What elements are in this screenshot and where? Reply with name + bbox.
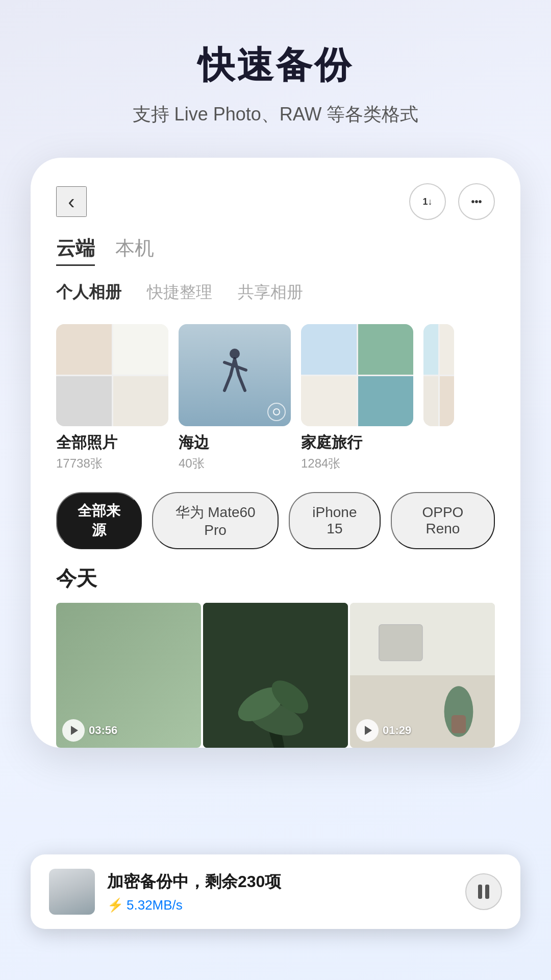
album-item-extra[interactable] [423,324,520,472]
album-item-sea[interactable]: 海边 40张 [179,324,291,472]
thumb-cell [113,324,169,375]
thumb-cell [56,376,112,427]
album-name: 家庭旅行 [301,432,413,453]
album-thumb-sea [179,324,291,426]
chip-iphone[interactable]: iPhone 15 [289,492,381,549]
plant-illustration [203,603,348,748]
page-header: 快速备份 支持 Live Photo、RAW 等各类格式 [0,0,551,148]
albums-scroll: 全部照片 17738张 海边 40张 [31,314,520,477]
svg-rect-10 [379,625,422,661]
album-thumb-extra [423,324,454,426]
subtab-shared[interactable]: 共享相册 [238,281,303,304]
thumb-cell [423,324,438,375]
thumb-cell [440,324,455,375]
album-item-family[interactable]: 家庭旅行 1284张 [301,324,413,472]
live-ring [267,403,286,421]
album-thumb-family [301,324,413,426]
chip-all-sources[interactable]: 全部来源 [56,492,142,549]
svg-rect-9 [452,715,466,733]
video-overlay-3: 01:29 [356,719,411,742]
subtab-organize[interactable]: 快捷整理 [147,281,212,304]
main-tabs: 云端 本机 [31,235,520,276]
pause-icon [478,885,489,899]
nav-right: 1↓ ••• [409,183,495,220]
sort-button[interactable]: 1↓ [409,183,446,220]
album-thumb-all [56,324,168,426]
chip-oppo[interactable]: OPPO Reno [391,492,495,549]
page-title: 快速备份 [31,41,520,90]
backup-bar: 加密备份中，剩余230项 ⚡ 5.32MB/s [31,854,520,929]
video-duration-3: 01:29 [383,724,411,737]
back-icon: ‹ [68,190,74,213]
photo-grid: 03:56 [31,603,520,748]
chip-huawei[interactable]: 华为 Mate60 Pro [152,492,279,549]
backup-info: 加密备份中，剩余230项 ⚡ 5.32MB/s [107,871,453,913]
more-button[interactable]: ••• [458,183,495,220]
source-chips: 全部来源 华为 Mate60 Pro iPhone 15 OPPO Reno [31,477,520,554]
tab-local[interactable]: 本机 [115,235,154,266]
top-nav: ‹ 1↓ ••• [31,183,520,235]
more-icon: ••• [471,196,482,208]
thumb-cell [56,324,112,375]
thumb-cell [358,376,414,427]
album-name: 全部照片 [56,432,168,453]
album-name: 海边 [179,432,291,453]
thumb-cell [423,376,438,427]
jump-silhouette [214,345,255,406]
album-count: 1284张 [301,455,413,472]
lightning-icon: ⚡ [107,897,123,913]
today-section-title: 今天 [31,554,520,603]
play-triangle-icon [365,726,372,735]
backup-title: 加密备份中，剩余230项 [107,871,453,893]
album-count: 17738张 [56,455,168,472]
backup-speed: ⚡ 5.32MB/s [107,897,453,913]
thumb-cell [113,376,169,427]
album-count: 40张 [179,455,291,472]
speed-text: 5.32MB/s [127,897,183,913]
album-item-all[interactable]: 全部照片 17738张 [56,324,168,472]
pause-button[interactable] [465,873,502,910]
play-triangle-icon [71,726,78,735]
thumb-cell [301,376,357,427]
back-button[interactable]: ‹ [56,186,87,217]
thumb-cell [301,324,357,375]
backup-thumbnail [49,869,95,915]
backup-thumb-inner [49,869,95,915]
thumb-cell [440,376,455,427]
video-duration-1: 03:56 [89,724,117,737]
play-button-1[interactable] [62,719,85,742]
sort-icon: 1↓ [422,197,432,207]
sub-tabs: 个人相册 快捷整理 共享相册 [31,276,520,314]
photo-cell-3[interactable]: 01:29 [350,603,495,748]
page-subtitle: 支持 Live Photo、RAW 等各类格式 [31,102,520,127]
phone-card: ‹ 1↓ ••• 云端 本机 个人相册 快捷整理 共享相册 [31,158,520,748]
pause-bar-right [485,885,489,899]
video-overlay-1: 03:56 [62,719,117,742]
play-button-3[interactable] [356,719,379,742]
photo-cell-1[interactable]: 03:56 [56,603,201,748]
subtab-personal[interactable]: 个人相册 [56,281,121,304]
thumb-cell [358,324,414,375]
photo-cell-2[interactable] [203,603,348,748]
pause-bar-left [478,885,482,899]
tab-cloud[interactable]: 云端 [56,235,95,266]
